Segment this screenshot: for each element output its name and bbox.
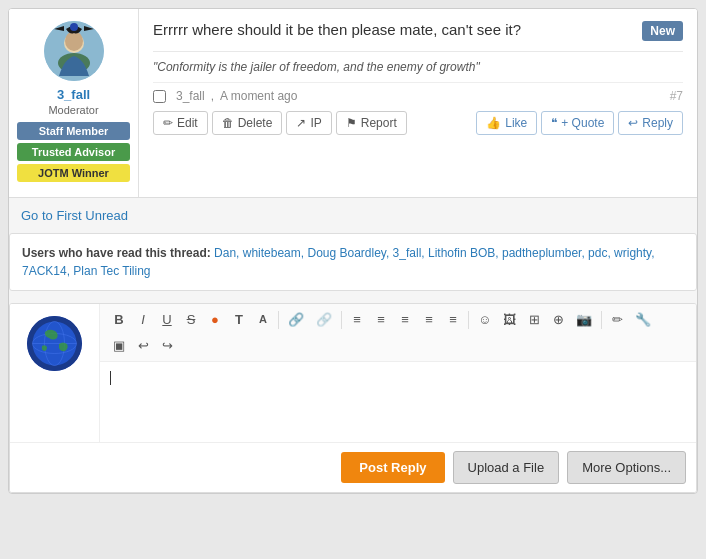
post-quote: "Conformity is the jailer of freedom, an…	[153, 51, 683, 74]
svg-point-3	[65, 31, 83, 51]
report-button[interactable]: ⚑ Report	[336, 111, 407, 135]
badge-trusted: Trusted Advisor	[17, 143, 130, 161]
editor-cursor	[110, 371, 111, 385]
editor-avatar-panel	[10, 304, 100, 442]
toolbar-image-button[interactable]: 🖼	[498, 309, 521, 331]
post-meta-left: 3_fall , A moment ago	[153, 89, 297, 103]
editor-content: B I U S ● T A 🔗 🔗 ≡ ≡ ≡ ≡ ≡	[100, 304, 696, 442]
post-select-checkbox[interactable]	[153, 90, 166, 103]
toolbar-indent-button[interactable]: ≡	[418, 309, 440, 331]
page-container: 3_fall Moderator Staff Member Trusted Ad…	[8, 8, 698, 494]
go-to-unread-section: Go to First Unread	[9, 198, 697, 233]
post-actions-right: 👍 Like ❝ + Quote ↩ Reply	[476, 111, 683, 135]
toolbar-camera-button[interactable]: 📷	[571, 309, 597, 331]
toolbar-italic-button[interactable]: I	[132, 309, 154, 331]
toolbar-align-button[interactable]: ≡	[346, 309, 368, 331]
editor-toolbar: B I U S ● T A 🔗 🔗 ≡ ≡ ≡ ≡ ≡	[100, 304, 696, 362]
toolbar-size-button[interactable]: A	[252, 310, 274, 329]
go-to-unread-link[interactable]: Go to First Unread	[21, 208, 128, 223]
toolbar-special-button[interactable]: ⊕	[547, 309, 569, 331]
post-reply-button[interactable]: Post Reply	[341, 452, 444, 483]
post-meta-row: 3_fall , A moment ago #7	[153, 82, 683, 103]
ip-icon: ↗	[296, 116, 306, 130]
upload-file-button[interactable]: Upload a File	[453, 451, 560, 484]
post-section: 3_fall Moderator Staff Member Trusted Ad…	[9, 9, 697, 198]
toolbar-unlink-button[interactable]: 🔗	[311, 309, 337, 331]
delete-button[interactable]: 🗑 Delete	[212, 111, 283, 135]
toolbar-pen-button[interactable]: ✏	[606, 309, 628, 331]
post-title: Errrrr where should it be then please ma…	[153, 21, 642, 38]
readers-label: Users who have read this thread:	[22, 246, 211, 260]
quote-icon: ❝	[551, 116, 557, 130]
toolbar-outdent-button[interactable]: ≡	[442, 309, 464, 331]
toolbar-numlist-button[interactable]: ≡	[394, 309, 416, 331]
badge-jotm: JOTM Winner	[17, 164, 130, 182]
toolbar-separator-4	[601, 311, 602, 329]
toolbar-color-button[interactable]: ●	[204, 309, 226, 331]
reply-button[interactable]: ↩ Reply	[618, 111, 683, 135]
toolbar-link-button[interactable]: 🔗	[283, 309, 309, 331]
more-options-button[interactable]: More Options...	[567, 451, 686, 484]
reply-icon: ↩	[628, 116, 638, 130]
post-title-row: Errrrr where should it be then please ma…	[153, 21, 683, 41]
reply-editor-section: B I U S ● T A 🔗 🔗 ≡ ≡ ≡ ≡ ≡	[9, 303, 697, 493]
toolbar-wrench-button[interactable]: 🔧	[630, 309, 656, 331]
delete-icon: 🗑	[222, 116, 234, 130]
post-comma: ,	[211, 89, 214, 103]
editor-avatar	[27, 316, 82, 371]
toolbar-separator-3	[468, 311, 469, 329]
post-actions: ✏ Edit 🗑 Delete ↗ IP ⚑ Report	[153, 111, 683, 135]
editor-wrapper: B I U S ● T A 🔗 🔗 ≡ ≡ ≡ ≡ ≡	[10, 304, 696, 442]
badge-staff: Staff Member	[17, 122, 130, 140]
editor-footer: Post Reply Upload a File More Options...	[10, 442, 696, 492]
edit-button[interactable]: ✏ Edit	[153, 111, 208, 135]
toolbar-bold-button[interactable]: B	[108, 309, 130, 331]
post-timestamp: A moment ago	[220, 89, 297, 103]
toolbar-bullet-button[interactable]: ≡	[370, 309, 392, 331]
toolbar-separator-2	[341, 311, 342, 329]
avatar	[44, 21, 104, 81]
editor-textarea[interactable]	[100, 362, 696, 442]
like-button[interactable]: 👍 Like	[476, 111, 537, 135]
svg-point-4	[70, 23, 78, 31]
ip-button[interactable]: ↗ IP	[286, 111, 331, 135]
toolbar-redo-button[interactable]: ↪	[156, 335, 178, 357]
toolbar-table-button[interactable]: ⊞	[523, 309, 545, 331]
toolbar-separator-1	[278, 311, 279, 329]
post-number: #7	[670, 89, 683, 103]
toolbar-media-button[interactable]: ▣	[108, 335, 130, 357]
toolbar-underline-button[interactable]: U	[156, 309, 178, 331]
new-badge: New	[642, 21, 683, 41]
readers-section: Users who have read this thread: Dan, wh…	[9, 233, 697, 291]
user-panel: 3_fall Moderator Staff Member Trusted Ad…	[9, 9, 139, 197]
toolbar-undo-button[interactable]: ↩	[132, 335, 154, 357]
user-role: Moderator	[17, 104, 130, 116]
username[interactable]: 3_fall	[17, 87, 130, 102]
post-author: 3_fall	[176, 89, 205, 103]
report-icon: ⚑	[346, 116, 357, 130]
quote-button[interactable]: ❝ + Quote	[541, 111, 614, 135]
toolbar-text-button[interactable]: T	[228, 309, 250, 331]
like-icon: 👍	[486, 116, 501, 130]
toolbar-emoji-button[interactable]: ☺	[473, 309, 496, 331]
edit-icon: ✏	[163, 116, 173, 130]
toolbar-strike-button[interactable]: S	[180, 309, 202, 331]
post-content-area: Errrrr where should it be then please ma…	[139, 9, 697, 197]
